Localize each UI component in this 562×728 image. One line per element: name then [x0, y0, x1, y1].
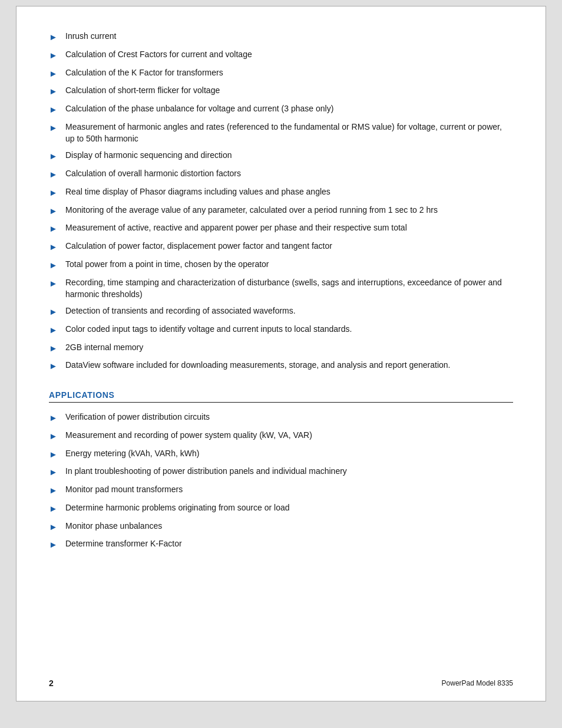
- list-item: ►Calculation of power factor, displaceme…: [49, 240, 513, 253]
- list-item-text: Color coded input tags to identify volta…: [65, 323, 352, 335]
- list-item: ►Calculation of the phase unbalance for …: [49, 103, 513, 116]
- list-item: ►Real time display of Phasor diagrams in…: [49, 186, 513, 199]
- list-item: ►Verification of power distribution circ…: [49, 411, 513, 424]
- list-item: ►Measurement of active, reactive and app…: [49, 222, 513, 235]
- arrow-icon: ►: [49, 85, 58, 98]
- arrow-icon: ►: [49, 222, 58, 235]
- list-item-text: Inrush current: [65, 30, 116, 42]
- arrow-icon: ►: [49, 31, 58, 44]
- arrow-icon: ►: [49, 305, 58, 318]
- arrow-icon: ►: [49, 502, 58, 515]
- list-item-text: Calculation of power factor, displacemen…: [65, 240, 332, 252]
- arrow-icon: ►: [49, 360, 58, 373]
- list-item-text: Calculation of Crest Factors for current…: [65, 48, 252, 60]
- list-item: ►Determine harmonic problems originating…: [49, 502, 513, 515]
- list-item-text: 2GB internal memory: [65, 341, 143, 353]
- arrow-icon: ►: [49, 324, 58, 337]
- arrow-icon: ►: [49, 521, 58, 533]
- arrow-icon: ►: [49, 168, 58, 181]
- list-item-text: Measurement and recording of power syste…: [65, 429, 312, 441]
- arrow-icon: ►: [49, 342, 58, 355]
- arrow-icon: ►: [49, 259, 58, 272]
- page-footer: 2 PowerPad Model 8335: [49, 678, 513, 688]
- list-item: ►Total power from a point in time, chose…: [49, 258, 513, 272]
- list-item-text: DataView software included for downloadi…: [65, 359, 450, 371]
- list-item: ►Measurement of harmonic angles and rate…: [49, 121, 513, 145]
- list-item: ►Calculation of the K Factor for transfo…: [49, 67, 513, 80]
- list-item: ►Monitor pad mount transformers: [49, 483, 513, 497]
- list-item: ►In plant troubleshooting of power distr…: [49, 465, 513, 479]
- list-item: ►DataView software included for download…: [49, 359, 513, 373]
- list-item-text: Detection of transients and recording of…: [65, 305, 296, 317]
- arrow-icon: ►: [49, 103, 58, 116]
- list-item-text: Total power from a point in time, chosen…: [65, 258, 269, 270]
- list-item-text: Verification of power distribution circu…: [65, 411, 210, 423]
- list-item: ►2GB internal memory: [49, 341, 513, 355]
- arrow-icon: ►: [49, 49, 58, 62]
- list-item: ►Recording, time stamping and characteri…: [49, 276, 513, 301]
- list-item-text: In plant troubleshooting of power distri…: [65, 465, 347, 477]
- arrow-icon: ►: [49, 484, 58, 497]
- list-item-text: Measurement of active, reactive and appa…: [65, 222, 407, 233]
- list-item: ►Calculation of Crest Factors for curren…: [49, 48, 513, 62]
- section-divider: [49, 402, 513, 403]
- list-item-text: Calculation of short-term flicker for vo…: [65, 84, 220, 96]
- list-item: ►Calculation of overall harmonic distort…: [49, 167, 513, 181]
- list-item-text: Recording, time stamping and characteriz…: [65, 276, 513, 301]
- list-item: ►Display of harmonic sequencing and dire…: [49, 149, 513, 163]
- applications-heading: APPLICATIONS: [49, 390, 513, 400]
- arrow-icon: ►: [49, 186, 58, 199]
- list-item-text: Monitor phase unbalances: [65, 520, 162, 532]
- list-item-text: Calculation of overall harmonic distorti…: [65, 167, 241, 179]
- arrow-icon: ►: [49, 205, 58, 218]
- arrow-icon: ►: [49, 277, 58, 290]
- list-item-text: Monitor pad mount transformers: [65, 483, 183, 495]
- list-item: ►Monitoring of the average value of any …: [49, 204, 513, 218]
- list-item-text: Determine transformer K-Factor: [65, 538, 182, 549]
- arrow-icon: ►: [49, 448, 58, 461]
- page: ►Inrush current►Calculation of Crest Fac…: [16, 6, 546, 701]
- arrow-icon: ►: [49, 466, 58, 479]
- list-item: ►Energy metering (kVAh, VARh, kWh): [49, 447, 513, 461]
- list-item-text: Real time display of Phasor diagrams inc…: [65, 186, 330, 197]
- list-item: ►Detection of transients and recording o…: [49, 305, 513, 318]
- list-item-text: Energy metering (kVAh, VARh, kWh): [65, 447, 199, 459]
- arrow-icon: ►: [49, 150, 58, 163]
- list-item: ►Inrush current: [49, 30, 513, 44]
- list-item-text: Display of harmonic sequencing and direc…: [65, 149, 232, 161]
- list-item-text: Monitoring of the average value of any p…: [65, 204, 438, 216]
- page-number: 2: [49, 678, 54, 688]
- arrow-icon: ►: [49, 121, 58, 134]
- product-name: PowerPad Model 8335: [442, 679, 513, 687]
- arrow-icon: ►: [49, 411, 58, 424]
- list-item-text: Determine harmonic problems originating …: [65, 502, 290, 513]
- arrow-icon: ►: [49, 538, 58, 551]
- list-item: ►Determine transformer K-Factor: [49, 538, 513, 551]
- arrow-icon: ►: [49, 241, 58, 253]
- list-item-text: Calculation of the phase unbalance for v…: [65, 103, 333, 114]
- list-item: ►Measurement and recording of power syst…: [49, 429, 513, 443]
- list-item-text: Calculation of the K Factor for transfor…: [65, 67, 223, 78]
- list-item: ►Monitor phase unbalances: [49, 520, 513, 533]
- list-item: ►Color coded input tags to identify volt…: [49, 323, 513, 337]
- arrow-icon: ►: [49, 430, 58, 443]
- applications-list: ►Verification of power distribution circ…: [49, 411, 513, 551]
- list-item: ►Calculation of short-term flicker for v…: [49, 84, 513, 98]
- arrow-icon: ►: [49, 67, 58, 80]
- features-list: ►Inrush current►Calculation of Crest Fac…: [49, 30, 513, 373]
- list-item-text: Measurement of harmonic angles and rates…: [65, 121, 513, 145]
